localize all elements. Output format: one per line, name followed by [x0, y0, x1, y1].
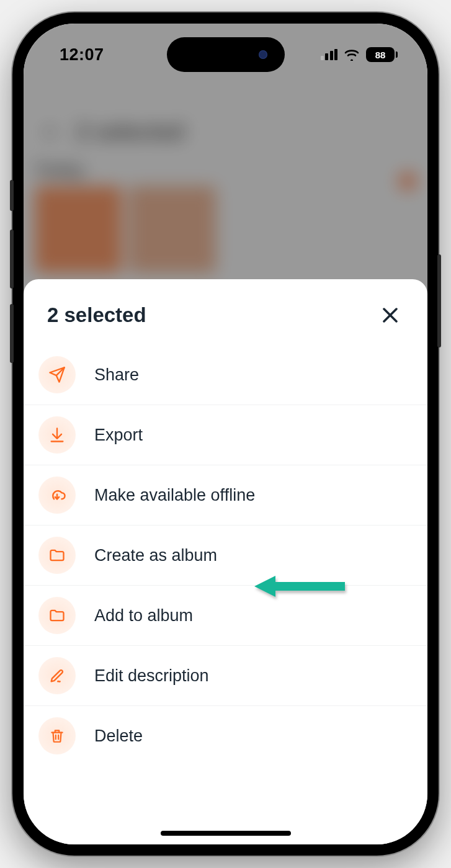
- status-time: 12:07: [60, 45, 104, 65]
- menu-item-label: Make available offline: [94, 486, 255, 505]
- side-button: [10, 180, 14, 211]
- menu-item-label: Create as album: [94, 546, 217, 565]
- screen: 12:07 88: [24, 24, 427, 844]
- close-icon: [381, 306, 400, 324]
- pencil-icon: [38, 657, 76, 694]
- menu-item-label: Edit description: [94, 666, 209, 686]
- annotation-arrow: [254, 573, 347, 602]
- battery-indicator: 88: [366, 47, 398, 62]
- phone-frame: 12:07 88: [12, 12, 439, 856]
- export-item[interactable]: Export: [24, 405, 427, 465]
- create-as-album-item[interactable]: Create as album: [24, 526, 427, 586]
- battery-percent: 88: [366, 47, 395, 62]
- trash-icon: [38, 717, 76, 754]
- action-sheet: 2 selected Share: [24, 279, 427, 844]
- side-button: [10, 230, 14, 289]
- svg-marker-2: [254, 576, 345, 597]
- menu-item-label: Add to album: [94, 606, 193, 625]
- cloud-download-icon: [38, 477, 76, 514]
- side-button: [10, 304, 14, 363]
- sheet-title: 2 selected: [47, 303, 146, 327]
- folder-icon: [38, 597, 76, 634]
- home-indicator[interactable]: [161, 831, 291, 836]
- folder-icon: [38, 537, 76, 574]
- menu-item-label: Delete: [94, 727, 143, 746]
- send-icon: [38, 356, 76, 393]
- delete-item[interactable]: Delete: [24, 706, 427, 766]
- edit-description-item[interactable]: Edit description: [24, 646, 427, 706]
- menu-item-label: Share: [94, 365, 139, 385]
- wifi-icon: [344, 48, 360, 61]
- close-button[interactable]: [378, 303, 403, 328]
- add-to-album-item[interactable]: Add to album: [24, 586, 427, 646]
- action-menu: Share Export: [24, 345, 427, 844]
- menu-item-label: Export: [94, 426, 143, 445]
- dynamic-island: [167, 37, 285, 72]
- share-item[interactable]: Share: [24, 345, 427, 405]
- status-right: 88: [321, 47, 398, 62]
- side-button: [437, 254, 441, 347]
- download-icon: [38, 416, 76, 454]
- cellular-signal-icon: [321, 49, 338, 60]
- make-available-offline-item[interactable]: Make available offline: [24, 465, 427, 526]
- sheet-header: 2 selected: [24, 279, 427, 345]
